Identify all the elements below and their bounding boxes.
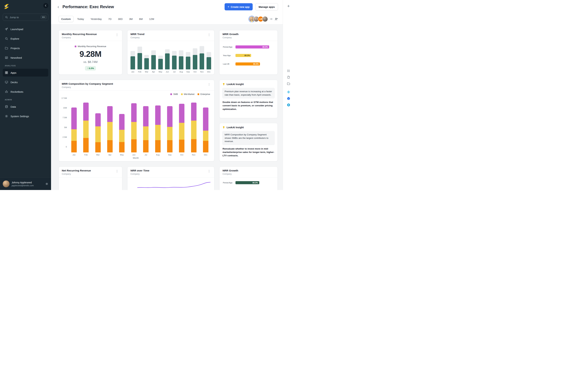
card-subtitle: Company	[62, 37, 97, 39]
card-mrr-composition: MRR Composition by Company Segment Compa…	[58, 80, 214, 161]
sidebar-item-label: Decks	[11, 81, 18, 84]
sidebar-item-data[interactable]: Data	[3, 103, 48, 111]
card-menu-button[interactable]: ⋮	[114, 169, 119, 173]
sidebar-item-label: Apps	[11, 71, 16, 74]
tab-6m[interactable]: 6M	[136, 16, 146, 22]
filter-bar: Custom Today Yesterday 7D 30D 3M 6M 12M …	[51, 14, 283, 24]
card-menu-button[interactable]: ⋮	[207, 33, 211, 37]
snowflake-icon[interactable]	[287, 90, 290, 94]
avatar-more-count[interactable]: +3	[270, 18, 272, 20]
tab-3m[interactable]: 3M	[126, 16, 135, 22]
insight-recommendation: Double down on features or GTM motions t…	[222, 100, 275, 111]
card-title: NRR Growth	[223, 169, 238, 172]
kpi-legend: Net Recurring Revenue	[76, 181, 104, 190]
database-icon	[5, 105, 8, 108]
tab-7d[interactable]: 7D	[106, 16, 114, 22]
tab-12m[interactable]: 12M	[146, 16, 157, 22]
page-title: Performance: Exec Review	[62, 4, 114, 9]
checklist-icon[interactable]	[287, 69, 290, 73]
card-subtitle: Company	[223, 37, 239, 39]
date-range-tabs: Custom Today Yesterday 7D 30D 3M 6M 12M	[58, 16, 157, 22]
folder-icon[interactable]	[287, 82, 290, 85]
gear-icon	[5, 114, 8, 118]
manage-apps-button[interactable]: Manage apps	[255, 3, 278, 10]
tab-yesterday[interactable]: Yesterday	[88, 16, 104, 22]
mrr-growth-chart: Period Ago 80.3% Year Ago 80.3% Last 28 …	[219, 41, 278, 75]
card-lookai-insight-1: LookAI Insight Premium plan revenue is i…	[219, 80, 278, 118]
add-person-icon[interactable]	[275, 17, 278, 21]
card-mrr-growth: MRR Growth Company Period Ago 80.3% Year…	[219, 30, 278, 75]
sidebar-item-label: Newsfeed	[11, 56, 22, 59]
crown-badge	[251, 20, 253, 22]
sidebar-collapse-button[interactable]	[43, 3, 48, 8]
back-button[interactable]: ‹	[57, 4, 60, 9]
card-subtitle: Company	[62, 173, 91, 175]
dashboard-content[interactable]: Monthly Recurring Revenue Company ⋮ Mont…	[51, 24, 283, 190]
legend-swatch	[198, 93, 199, 95]
sidebar-item-label: Launchpad	[11, 28, 23, 31]
card-menu-button[interactable]: ⋮	[114, 33, 119, 37]
tab-30d[interactable]: 30D	[115, 16, 125, 22]
plus-icon: +	[228, 5, 229, 9]
apps-grid-icon	[5, 71, 8, 74]
card-nrr-over-time: NRR over Time Company ⋮	[127, 167, 214, 190]
sidebar-item-label: Explore	[11, 37, 19, 40]
sidebar-nav: Launchpad Explore Projects Newsfeed ANAL…	[3, 25, 48, 122]
sidebar-item-rocketbots[interactable]: Rocketbots	[3, 88, 48, 95]
user-email: jappleseed@birellis.com	[12, 184, 34, 187]
card-mrr-trend: MRR Trend Company ⋮ JanFebMarAprMayJunJu…	[127, 30, 214, 75]
sidebar-item-explore[interactable]: Explore	[3, 35, 48, 42]
sidebar-item-label: Projects	[11, 47, 20, 50]
mrr-composition-chart: JanFebMarAprMayJunJulAugSepOctNovDec	[69, 97, 211, 156]
sidebar-item-projects[interactable]: Projects	[3, 44, 48, 52]
user-profile[interactable]: Johnny Appleseed jappleseed@birellis.com	[0, 178, 51, 190]
explore-search-icon	[5, 37, 8, 40]
create-new-app-button[interactable]: + Create new app	[225, 3, 253, 10]
kpi-comparison: vs. $8.74M	[83, 60, 97, 64]
card-title: MRR Composition by Company Segment	[62, 82, 113, 85]
search-icon	[5, 16, 8, 19]
growth-bar: 80.3%	[235, 62, 260, 65]
user-settings-gear-icon[interactable]	[45, 182, 48, 185]
growth-row-label: Last 28	[223, 63, 234, 65]
tab-custom[interactable]: Custom	[58, 16, 74, 22]
card-monthly-recurring-revenue: Monthly Recurring Revenue Company ⋮ Mont…	[58, 30, 122, 75]
sidebar-item-decks[interactable]: Decks	[3, 78, 48, 86]
card-subtitle: Company	[131, 37, 144, 39]
sidebar-item-launchpad[interactable]: Launchpad	[3, 25, 48, 33]
page-header: ‹ Performance: Exec Review + Create new …	[51, 0, 283, 14]
growth-bar: 80.3%	[235, 45, 269, 48]
document-icon[interactable]	[287, 76, 290, 79]
search-input[interactable]: Jump to ⌘K	[3, 14, 48, 21]
sidebar-item-system-settings[interactable]: System Settings	[3, 112, 48, 120]
growth-bar: 80.3%	[235, 181, 259, 184]
collaborator-avatars: LB +3	[249, 16, 278, 22]
right-rail: +	[283, 0, 294, 190]
legend-swatch	[75, 46, 76, 47]
cube-icon[interactable]	[287, 97, 290, 100]
tab-today[interactable]: Today	[75, 16, 87, 22]
sidebar-item-label: Data	[11, 105, 16, 108]
sidebar-item-newsfeed[interactable]: Newsfeed	[3, 54, 48, 62]
robot-icon	[5, 90, 8, 93]
rail-plus-icon[interactable]: +	[287, 4, 290, 8]
card-menu-button[interactable]: ⋮	[207, 82, 211, 87]
card-title: NRR over Time	[131, 169, 149, 172]
kpi-legend: Monthly Recurring Revenue	[75, 45, 106, 48]
sidebar-item-label: System Settings	[11, 115, 29, 118]
lightbulb-icon	[222, 126, 225, 129]
sidebar-section-admin: ADMIN	[5, 99, 48, 101]
card-subtitle: Company	[62, 86, 113, 88]
sidebar-item-apps[interactable]: Apps	[3, 69, 48, 76]
circle-app-icon[interactable]	[287, 103, 290, 107]
insight-recommendation: Reevaluate whether to invest more in mid…	[222, 147, 275, 157]
search-placeholder: Jump to	[10, 16, 39, 19]
card-menu-button[interactable]: ⋮	[207, 169, 211, 173]
newsfeed-icon	[5, 56, 8, 59]
card-nrr-growth: NRR Growth Company Period Ago 80.3%	[219, 167, 278, 190]
mrr-trend-chart: JanFebMarAprMayJunJulAugSepOctNovDec	[127, 41, 214, 75]
card-title: Net Recurring Revenue	[62, 169, 91, 172]
nrr-line-path	[137, 182, 210, 188]
card-lookai-insight-2: LookAI Insight MRR Composition by Compan…	[219, 123, 278, 161]
avatar[interactable]	[262, 16, 268, 22]
